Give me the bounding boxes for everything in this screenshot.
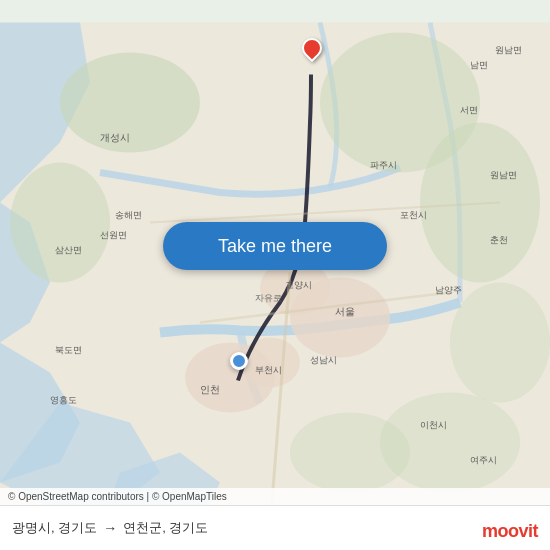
attribution-text: © OpenStreetMap contributors | © OpenMap… (8, 491, 227, 502)
svg-point-7 (290, 413, 410, 493)
svg-text:남면: 남면 (470, 60, 488, 70)
attribution-bar: © OpenStreetMap contributors | © OpenMap… (0, 488, 550, 505)
svg-text:원남면: 원남면 (490, 170, 517, 180)
svg-text:개성시: 개성시 (100, 132, 130, 143)
arrow-icon: → (103, 520, 117, 536)
destination-label: 연천군, 경기도 (123, 519, 208, 537)
svg-text:자유로: 자유로 (255, 293, 282, 303)
svg-text:서면: 서면 (460, 105, 478, 115)
svg-text:파주시: 파주시 (370, 160, 397, 170)
svg-text:부천시: 부천시 (255, 365, 282, 375)
svg-text:송해면: 송해면 (115, 210, 142, 220)
svg-point-1 (60, 53, 200, 153)
svg-point-10 (240, 338, 300, 388)
svg-text:남양주: 남양주 (435, 285, 462, 295)
svg-text:포천시: 포천시 (400, 210, 427, 220)
svg-text:원남면: 원남면 (495, 45, 522, 55)
take-me-there-button[interactable]: Take me there (163, 222, 387, 270)
svg-text:북도면: 북도면 (55, 345, 82, 355)
svg-text:여주시: 여주시 (470, 455, 497, 465)
svg-text:영흥도: 영흥도 (50, 395, 77, 405)
svg-text:고양시: 고양시 (285, 280, 312, 290)
origin-pin (230, 352, 248, 370)
svg-point-4 (420, 123, 540, 283)
svg-text:이천시: 이천시 (420, 420, 447, 430)
map-background: 자유로 개성시 송해면 삼산면 선원면 북도면 영흥도 인천 부천시 고양시 서… (0, 0, 550, 550)
map-container: 자유로 개성시 송해면 삼산면 선원면 북도면 영흥도 인천 부천시 고양시 서… (0, 0, 550, 550)
svg-text:성남시: 성남시 (310, 355, 337, 365)
footer: 광명시, 경기도 → 연천군, 경기도 moovit (0, 505, 550, 550)
svg-point-2 (10, 163, 110, 283)
svg-text:서울: 서울 (335, 306, 355, 317)
destination-pin (302, 38, 322, 58)
svg-text:선원면: 선원면 (100, 230, 127, 240)
svg-text:삼산면: 삼산면 (55, 245, 82, 255)
svg-point-5 (450, 283, 550, 403)
footer-content: 광명시, 경기도 → 연천군, 경기도 (12, 519, 208, 537)
origin-label: 광명시, 경기도 (12, 519, 97, 537)
svg-text:인천: 인천 (200, 384, 220, 395)
moovit-logo: moovit (482, 519, 538, 542)
svg-text:춘천: 춘천 (490, 235, 508, 245)
